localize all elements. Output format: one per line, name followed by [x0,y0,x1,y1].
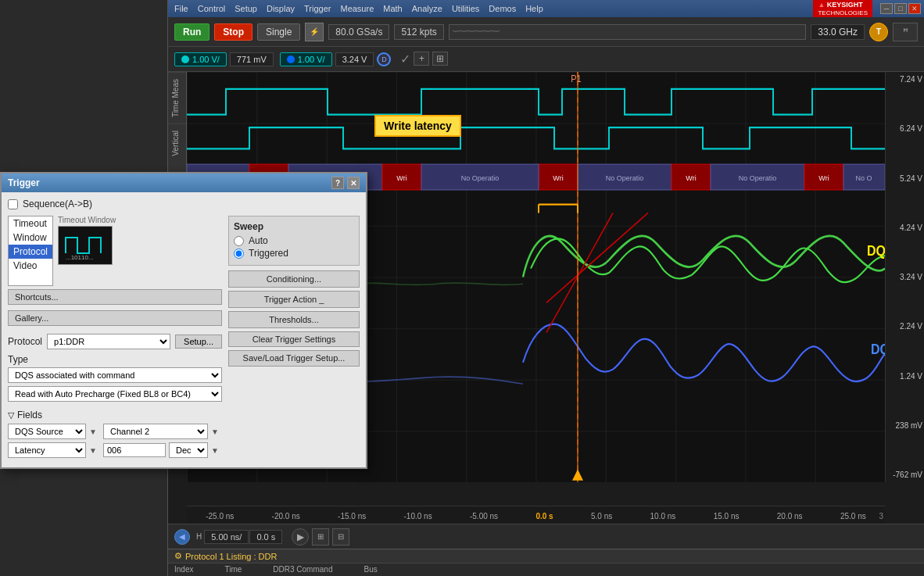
menu-help[interactable]: Help [525,4,543,13]
trigger-left-panel: Timeout Window Protocol Video Timeout Wi… [8,216,222,461]
triggered-label: Triggered [249,248,288,259]
trigger-level-knob[interactable]: T [869,23,888,41]
time-label-7: 10.0 ns [650,512,676,521]
menu-display[interactable]: Display [267,4,295,13]
timebase-display: H 5.00 ns/ 0.0 s [196,530,282,544]
time-label-1: -20.0 ns [272,512,300,521]
trigger-window[interactable]: Window [9,231,52,245]
channel-add-button[interactable]: + [414,52,429,66]
play-button[interactable]: ▶ [292,528,309,546]
v-label-6: 2.24 V [887,322,922,331]
menu-demos[interactable]: Demos [489,4,516,13]
time-label-2: -15.0 ns [338,512,366,521]
delay-value[interactable]: 0.0 s [249,530,282,544]
protocol-dropdown[interactable]: p1:DDR [47,334,170,349]
keysight-logo: ▲ KEYSIGHTTECHNOLOGIES [813,0,872,18]
channel2-button[interactable]: 1.00 V/ [174,52,227,66]
svg-text:P1: P1 [571,74,581,84]
maximize-button[interactable]: □ [894,3,907,14]
time-label-10: 25.0 ns [840,512,866,521]
trigger-timeout[interactable]: Timeout [9,216,52,231]
auto-radio[interactable] [234,236,244,246]
protocol-columns: Index Time DDR3 Command Bus [168,563,924,575]
menu-analyze[interactable]: Analyze [412,4,442,13]
triggered-radio[interactable] [234,249,244,259]
svg-text:No O: No O [856,174,872,182]
dialog-close-button[interactable]: ✕ [347,177,360,189]
svg-text:No Operatio: No Operatio [461,174,499,182]
type-dropdown-2[interactable]: Read with Auto Precharge (Fixed BL8 or B… [8,386,222,402]
channel-bar: 1.00 V/ 771 mV 1.00 V/ 3.24 V D ✓ + ⊞ [168,47,924,72]
fields-label: Fields [17,410,42,420]
thresholds-button[interactable]: Thresholds... [228,311,360,328]
timebase-value[interactable]: 5.00 ns/ [204,530,249,544]
protocol-col-bus: Bus [364,565,377,574]
channel3-button[interactable]: 1.00 V/ [280,52,332,66]
sequence-row: Sequence(A->B) [8,199,360,209]
sequence-checkbox[interactable] [8,199,18,209]
trigger-action-button[interactable]: Trigger Action _ [228,291,360,308]
time-meas-tab[interactable]: Time Meas [168,72,186,123]
channel4-label: D [381,55,387,63]
type-dropdown-1[interactable]: DQS associated with command [8,367,222,383]
time-label-5: 0.0 s [535,512,553,521]
protocol-icon: ⚙ [174,551,182,561]
menu-utilities[interactable]: Utilities [452,4,479,13]
dqs-source-value-dropdown[interactable]: Channel 2 [103,424,208,439]
format-button[interactable]: ꟸ [893,23,918,41]
sweep-section: Sweep Auto Triggered [228,216,360,266]
stop-button[interactable]: Stop [214,23,252,41]
menu-trigger[interactable]: Trigger [304,4,331,13]
clear-trigger-button[interactable]: Clear Trigger Settings [228,331,360,347]
menu-math[interactable]: Math [383,4,402,13]
trigger-protocol[interactable]: Protocol [9,245,52,259]
v-label-9: -762 mV [887,470,922,479]
time-label-0: -25.0 ns [206,512,234,521]
trigger-type-list[interactable]: Timeout Window Protocol Video [8,216,53,286]
channel4-button[interactable]: D [377,52,391,66]
vertical-tab[interactable]: Vertical [168,123,186,163]
svg-text:...10110...: ...10110... [66,254,94,261]
timeout-window-label: Timeout Window [58,216,116,224]
conditioning-button[interactable]: Conditioning... [228,270,360,288]
close-button[interactable]: ✕ [908,3,921,14]
menu-file[interactable]: File [174,4,188,13]
dialog-help-button[interactable]: ? [331,177,344,189]
shortcut-gallery-buttons: Shortcuts... Gallery... [8,289,222,329]
trigger-video[interactable]: Video [9,259,52,273]
latency-value-input[interactable] [103,443,166,457]
channel-action-buttons: ✓ + ⊞ [400,52,448,66]
gallery-button[interactable]: Gallery... [8,310,222,326]
dqs-source-dropdown[interactable]: DQS Source [8,424,86,439]
svg-text:No Operatio: No Operatio [739,174,776,182]
svg-text:Wri: Wri [396,174,406,182]
svg-text:DQS: DQS [867,244,885,259]
zoom-button[interactable]: ⊟ [332,528,349,546]
channel-copy-button[interactable]: ⊞ [432,52,448,66]
v-label-8: 238 mV [887,421,922,430]
menu-setup[interactable]: Setup [235,4,257,13]
field-arrow-1: ▼ [89,424,100,438]
setup-button[interactable]: Setup... [175,335,222,349]
fields-collapse-icon[interactable]: ▽ [8,410,14,420]
memory-depth-display: 512 kpts [394,24,443,40]
trigger-icon[interactable]: ⚡ [305,23,324,41]
trigger-preview-area: Timeout Window ...10110... [58,216,116,286]
latency-format-dropdown[interactable]: Dec [169,442,208,458]
channel-checkmark[interactable]: ✓ [400,52,410,66]
shortcuts-button[interactable]: Shortcuts... [8,289,222,305]
minimize-button[interactable]: ─ [880,3,893,14]
save-load-button[interactable]: Save/Load Trigger Setup... [228,350,360,366]
run-button[interactable]: Run [174,23,210,41]
nav-button[interactable]: ◀ [174,529,190,545]
title-bar: File Control Setup Display Trigger Measu… [168,0,924,17]
latency-dropdown[interactable]: Latency [8,442,86,458]
grid-view-button[interactable]: ⊞ [312,528,329,546]
waveform-nav: 〰〰〰〰〰〰 [449,24,807,40]
menu-measure[interactable]: Measure [340,4,374,13]
menu-control[interactable]: Control [198,4,225,13]
protocol-header-label: Protocol 1 Listing : DDR [185,552,277,561]
protocol-row-label: Protocol [8,336,42,347]
single-button[interactable]: Single [257,23,300,41]
sweep-title: Sweep [234,221,354,232]
